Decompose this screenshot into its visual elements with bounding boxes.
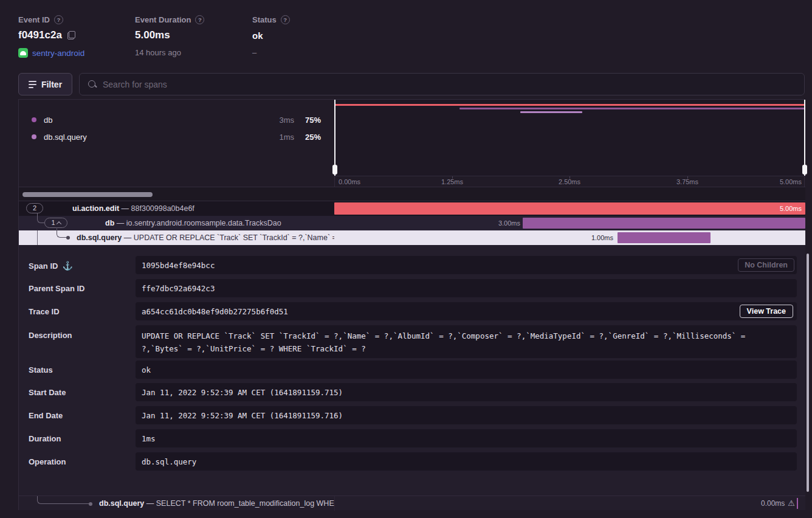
start-date-label: Start Date <box>29 388 66 397</box>
project-row: sentry-android <box>18 48 84 58</box>
legend-item-db-sql-query: db.sql.query 1ms 25% <box>19 130 334 144</box>
filter-button-label: Filter <box>41 80 62 89</box>
parent-span-id-value-box: ffe7dbc92a6942c3 <box>136 279 797 297</box>
help-icon[interactable]: ? <box>54 15 63 24</box>
tick-label: 2.50ms <box>559 178 580 185</box>
view-trace-button[interactable]: View Trace <box>740 305 793 318</box>
children-count: 1 <box>51 219 55 226</box>
project-link[interactable]: sentry-android <box>32 49 84 58</box>
tree-connector-dot <box>66 236 70 240</box>
filter-icon <box>29 81 36 88</box>
horizontal-scrollbar[interactable] <box>19 187 805 201</box>
warning-icon: ⚠ <box>788 496 795 511</box>
span-row-db-sql-query-select[interactable]: db.sql.query — SELECT * FROM room_table_… <box>19 496 805 510</box>
span-duration-warning: 0.00ms ⚠ <box>761 496 795 511</box>
span-duration-bar[interactable] <box>618 232 710 243</box>
tree-connector <box>37 213 44 223</box>
duration-value: 1ms <box>142 434 156 443</box>
span-id-label-row: Span ID ⚓ <box>29 261 73 271</box>
span-search-input[interactable] <box>103 80 771 89</box>
span-row-db[interactable]: 1 db — io.sentry.android.roomsample.data… <box>19 216 805 230</box>
span-desc: — UPDATE OR REPLACE `Track` SET `TrackId… <box>124 233 334 242</box>
trace-minimap[interactable] <box>334 100 805 176</box>
event-duration-label: Event Duration <box>135 15 191 24</box>
span-search-box[interactable] <box>79 73 805 95</box>
children-count-badge[interactable]: 1 <box>44 218 67 228</box>
end-date-value-box: Jan 11, 2022 9:52:39 AM CET (1641891159.… <box>136 406 797 424</box>
trace-id-label: Trace ID <box>29 307 60 316</box>
operation-value: db.sql.query <box>142 457 196 466</box>
span-detail-page: Event ID ? f0491c2a sentry-android Event… <box>0 0 812 518</box>
status-value: ok <box>252 30 263 41</box>
tick-label: 5.00ms <box>780 178 802 185</box>
span-op: db.sql.query <box>99 499 144 508</box>
span-row-ui-action-edit[interactable]: 2 ui.action.edit — 88f300998a0b4e6f 5.00… <box>19 201 805 216</box>
event-id-value-row: f0491c2a <box>18 29 75 41</box>
drag-grip[interactable] <box>332 165 337 174</box>
time-axis: 0.00ms 1.25ms 2.50ms 3.75ms 5.00ms <box>334 176 805 187</box>
spans-panel: db 3ms 75% db.sql.query 1ms 25% 0.00ms 1… <box>18 99 805 510</box>
span-detail-panel: Span ID ⚓ 1095bd4ef8e94bcc No Children P… <box>19 245 805 496</box>
span-duration-label: 3.00ms <box>486 216 520 230</box>
event-id-label-row: Event ID ? <box>18 15 63 24</box>
tree-connector <box>37 230 38 245</box>
filter-button[interactable]: Filter <box>18 73 72 95</box>
span-duration-label: 0.00ms <box>761 496 785 511</box>
anchor-icon[interactable]: ⚓ <box>62 261 72 271</box>
op-color-dot-icon <box>32 134 36 139</box>
legend-percent: 25% <box>305 133 321 142</box>
span-desc: — 88f300998a0b4e6f <box>122 204 194 213</box>
status-label-row: Status ? <box>252 15 290 24</box>
status-sub: – <box>252 48 256 57</box>
copy-icon[interactable] <box>67 31 75 40</box>
help-icon[interactable]: ? <box>281 15 290 24</box>
tree-connector <box>57 227 67 238</box>
tick-label: 3.75ms <box>676 178 698 185</box>
parent-span-id-label: Parent Span ID <box>29 284 84 293</box>
legend-duration: 3ms <box>279 116 294 125</box>
operation-value-box: db.sql.query <box>136 452 797 471</box>
description-value: UPDATE OR REPLACE `Track` SET `TrackId` … <box>142 331 745 353</box>
status-value: ok <box>142 365 151 375</box>
children-count-badge[interactable]: 2 <box>26 203 43 213</box>
end-date-label: End Date <box>29 411 63 420</box>
minimap-left-handle[interactable] <box>334 100 335 176</box>
search-icon <box>88 80 97 89</box>
no-children-button: No Children <box>738 258 794 272</box>
span-duration-label: 1.00ms <box>579 230 613 245</box>
tree-connector <box>37 496 91 504</box>
legend-item-db: db 3ms 75% <box>19 112 334 127</box>
legend-percent: 75% <box>305 116 321 125</box>
minimap-span-bar <box>334 104 805 106</box>
description-label: Description <box>29 331 72 340</box>
event-age: 14 hours ago <box>135 48 181 57</box>
event-id-value: f0491c2a <box>18 29 62 41</box>
span-duration-label: 5.00ms <box>780 201 802 216</box>
tick-label: 0.00ms <box>339 178 360 185</box>
android-platform-icon <box>18 48 28 58</box>
event-id-label: Event ID <box>18 15 50 24</box>
event-duration-label-row: Event Duration ? <box>135 15 204 24</box>
operation-label: Operation <box>29 457 66 466</box>
minimap-span-bar <box>459 108 805 109</box>
start-date-value: Jan 11, 2022 9:52:39 AM CET (1641891159.… <box>142 388 343 397</box>
event-duration-value: 5.00ms <box>135 29 170 41</box>
scrollbar-thumb[interactable] <box>22 192 153 197</box>
detail-vertical-scrollbar[interactable] <box>807 254 809 492</box>
legend-label: db <box>44 116 52 125</box>
zero-duration-marker <box>797 498 798 509</box>
op-color-dot-icon <box>32 117 36 122</box>
start-date-value-box: Jan 11, 2022 9:52:39 AM CET (1641891159.… <box>136 383 797 401</box>
tick-label: 1.25ms <box>441 178 463 185</box>
span-duration-bar[interactable] <box>334 202 805 215</box>
chevron-up-icon <box>56 221 61 226</box>
trace-id-value: a654cc61dc0b48ef9d0b27275b6f0d51 <box>142 307 288 316</box>
span-desc: — io.sentry.android.roomsample.data.Trac… <box>117 219 281 227</box>
help-icon[interactable]: ? <box>195 15 204 24</box>
span-duration-bar[interactable] <box>523 218 805 229</box>
drag-grip[interactable] <box>802 165 807 174</box>
minimap-right-handle[interactable] <box>804 100 805 176</box>
description-value-box: UPDATE OR REPLACE `Track` SET `TrackId` … <box>136 325 797 358</box>
span-row-db-sql-query-selected[interactable]: db.sql.query — UPDATE OR REPLACE `Track`… <box>19 230 805 245</box>
pane-divider <box>334 496 335 511</box>
